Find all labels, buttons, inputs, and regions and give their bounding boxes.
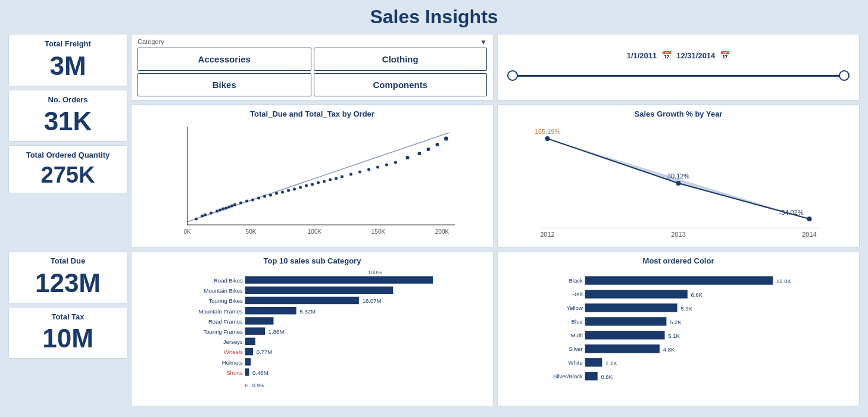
svg-point-27 [287,189,290,192]
svg-rect-83 [245,368,249,375]
svg-point-30 [305,184,308,187]
growth-chart-panel: Sales Growth % by Year 165.19% 30.12% -5… [497,104,860,247]
svg-text:2012: 2012 [540,231,554,238]
svg-point-49 [545,136,550,141]
date-slider[interactable] [507,67,850,84]
slider-thumb-right[interactable] [839,70,850,81]
kpi-freight-label: Total Freight [16,39,120,49]
svg-point-24 [269,194,272,197]
svg-point-40 [376,166,379,169]
svg-point-8 [195,218,198,221]
category-grid: Accessories Clothing Bikes Components [138,48,487,96]
svg-text:30.12%: 30.12% [667,173,690,180]
kpi-total-due: Total Due 123M [8,251,127,303]
svg-text:0.46M: 0.46M [252,369,268,376]
svg-text:Blue: Blue [572,318,583,325]
svg-rect-68 [245,307,296,314]
svg-text:-54.02%: -54.02% [779,209,804,216]
svg-rect-63 [245,287,394,294]
svg-point-45 [427,148,430,151]
kpi-tax-value: 10M [16,324,120,353]
svg-point-13 [218,209,221,212]
color-bar-svg: Black 12.0K Red 6.6K Yellow 5.9K Blue 5.… [505,268,852,399]
kpi-freight-value: 3M [16,51,120,81]
svg-text:50K: 50K [246,228,257,235]
category-bikes[interactable]: Bikes [138,73,311,96]
category-clothing[interactable]: Clothing [314,48,488,71]
svg-text:12.0K: 12.0K [776,278,792,284]
date-range-panel: 1/1/2011 📅 12/31/2014 📅 [497,34,860,101]
calendar-start-icon[interactable]: 📅 [661,51,672,60]
svg-text:Yellow: Yellow [567,305,583,311]
svg-text:1.1K: 1.1K [605,360,617,366]
svg-rect-97 [585,317,667,325]
svg-text:2014: 2014 [802,231,816,238]
category-components[interactable]: Components [314,73,488,96]
svg-text:H: H [245,382,249,388]
svg-point-23 [263,195,266,198]
kpi-due-label: Total Due [16,256,120,266]
svg-point-41 [385,164,388,167]
svg-point-32 [317,181,320,184]
svg-text:100%: 100% [368,269,383,275]
svg-text:165.19%: 165.19% [535,128,561,135]
svg-point-50 [676,181,681,186]
dashboard: Sales Insights Total Freight 3M No. Orde… [0,0,868,417]
growth-chart-svg: 165.19% 30.12% -54.02% 2012 2013 2014 [505,121,852,240]
svg-point-10 [204,214,207,217]
svg-point-39 [367,168,370,171]
slider-thumb-left[interactable] [507,70,518,81]
svg-point-20 [245,200,248,203]
svg-text:Mountain Frames: Mountain Frames [199,308,243,315]
svg-text:Black: Black [569,277,583,284]
svg-rect-88 [585,276,773,284]
svg-point-33 [323,180,326,183]
svg-text:5.32M: 5.32M [299,308,316,315]
svg-point-16 [227,206,230,209]
bottom-charts: Total Due 123M Total Tax 10M Top 10 sale… [8,251,860,406]
date-start: 1/1/2011 [627,51,657,60]
kpi-tax-label: Total Tax [16,312,120,322]
svg-text:Helmets: Helmets [222,359,243,366]
svg-text:1.86M: 1.86M [268,328,285,335]
svg-text:White: White [568,359,582,366]
svg-text:Mountain Bikes: Mountain Bikes [204,287,243,294]
svg-point-34 [329,178,332,181]
svg-text:16.07M: 16.07M [363,297,382,304]
main-grid: Total Freight 3M No. Orders 31K Total Or… [8,34,860,247]
svg-point-46 [436,143,439,146]
svg-point-14 [221,208,224,211]
svg-point-31 [311,183,314,186]
svg-point-42 [394,161,397,164]
category-label: Category ▼ [138,38,487,45]
svg-point-51 [807,217,812,221]
scatter-chart-title: Total_Due and Total_Tax by Order [139,109,486,118]
kpi-quantity-value: 275K [16,162,120,188]
kpi-total-quantity: Total Ordered Quantity 275K [8,145,127,193]
svg-point-11 [210,212,213,215]
svg-text:200K: 200K [435,228,449,235]
svg-text:Wheels: Wheels [224,349,243,355]
kpi-orders-label: No. Orders [16,95,120,105]
scatter-chart-svg: 0K 50K 100K 150K 200K [139,121,486,240]
calendar-end-icon[interactable]: 📅 [720,51,730,60]
svg-text:5.9K: 5.9K [680,305,692,312]
svg-text:Road Bikes: Road Bikes [214,277,243,284]
kpi-due-value: 123M [16,268,120,298]
color-chart-title: Most ordered Color [505,256,852,265]
svg-point-12 [216,210,218,213]
svg-point-21 [251,199,254,202]
kpi-total-freight: Total Freight 3M [8,34,127,86]
svg-rect-91 [585,290,688,298]
svg-text:5.1K: 5.1K [668,333,680,339]
kpi-bottom: Total Due 123M Total Tax 10M [8,251,127,406]
svg-text:Road Frames: Road Frames [208,318,243,325]
svg-rect-100 [585,331,665,339]
category-accessories[interactable]: Accessories [138,48,311,71]
dropdown-arrow-icon: ▼ [480,38,487,46]
svg-point-29 [299,186,302,189]
color-chart-panel: Most ordered Color Black 12.0K Red 6.6K … [497,251,860,406]
slider-track [507,75,850,77]
svg-text:150K: 150K [371,228,386,235]
charts-row: Total_Due and Total_Tax by Order 0K 50K … [131,104,860,247]
